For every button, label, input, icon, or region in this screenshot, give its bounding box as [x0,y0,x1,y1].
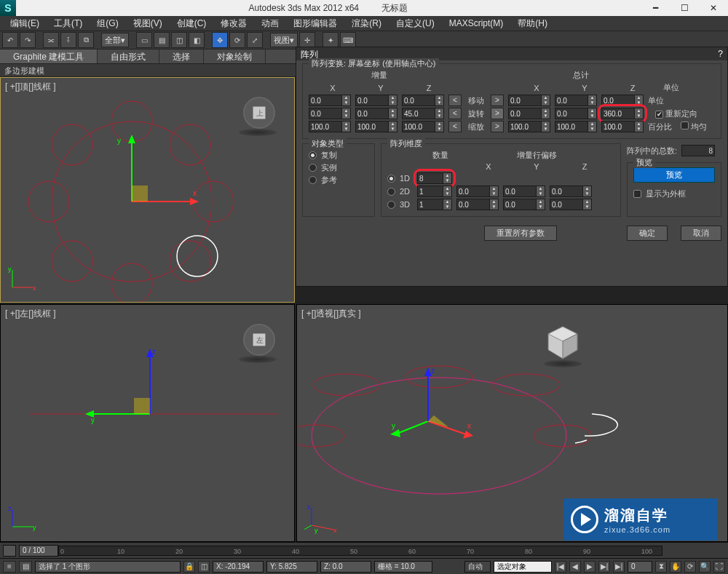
coord-y[interactable]: Y: 5.825 [266,561,317,573]
timeconfig-icon[interactable]: ⧗ [655,561,667,573]
menu-modifiers[interactable]: 修改器 [213,16,254,31]
menu-view[interactable]: 视图(V) [126,16,170,31]
inc-scl-z[interactable]: ▲▼ [402,121,444,132]
cancel-button[interactable]: 取消 [681,226,721,241]
radio-1d[interactable] [387,175,395,183]
viewcube-top[interactable]: 上 [243,97,275,129]
radio-copy[interactable] [309,151,317,159]
tot-rot-y[interactable]: ▲▼ [555,108,597,119]
goto-end-icon[interactable]: ▶| [613,561,625,573]
move-right-arrow[interactable]: > [491,95,504,106]
app-icon[interactable]: S [0,0,16,16]
tab-graphite[interactable]: Graphite 建模工具 [0,49,98,63]
tot-move-z[interactable]: ▲▼ [601,95,644,106]
nav-max-icon[interactable]: ⛶ [713,561,725,573]
off-2d-y[interactable]: ▲▼ [503,186,545,197]
inc-rot-x[interactable]: ▲▼ [309,108,351,119]
prev-frame-icon[interactable]: ◀ [569,561,581,573]
undo-icon[interactable]: ↶ [2,32,18,48]
window-crossing-icon[interactable]: ◧ [189,32,205,48]
timeline-handle[interactable] [3,545,16,557]
tot-rot-x[interactable]: ▲▼ [508,108,550,119]
off-3d-z[interactable]: ▲▼ [550,199,592,210]
tot-scl-z[interactable]: ▲▼ [601,121,644,132]
select-rect-icon[interactable]: ◫ [171,32,187,48]
inc-move-z[interactable]: ▲▼ [402,95,444,106]
viewcube-left[interactable]: 左 [243,324,275,356]
count-1d[interactable]: ▲▼ [417,172,452,184]
move-icon[interactable]: ✥ [212,32,228,48]
tot-scl-y[interactable]: ▲▼ [555,121,597,132]
dialog-help-icon[interactable]: ? [718,49,723,59]
scl-left-arrow[interactable]: < [448,121,462,132]
menu-graph[interactable]: 图形编辑器 [286,16,344,31]
rotate-icon[interactable]: ⟳ [229,32,245,48]
goto-start-icon[interactable]: |◀ [555,561,566,573]
radio-reference[interactable] [309,176,317,184]
inc-move-y[interactable]: ▲▼ [355,95,397,106]
scale-icon[interactable]: ⤢ [247,32,263,48]
preview-button[interactable]: 预览 [633,167,715,183]
viewport-left[interactable]: [ +[]左[]线框 ] y z 左 y z [0,304,295,542]
tab-freeform[interactable]: 自由形式 [98,49,159,63]
coord-z[interactable]: Z: 0.0 [320,561,371,573]
coord-icon[interactable]: ◫ [198,561,210,573]
radio-3d[interactable] [387,201,395,209]
nav-orbit-icon[interactable]: ⟳ [684,561,696,573]
coord-x[interactable]: X: -20.194 [213,561,264,573]
off-2d-z[interactable]: ▲▼ [550,186,592,197]
menu-render[interactable]: 渲染(R) [344,16,389,31]
radio-2d[interactable] [387,188,395,196]
pivot-icon[interactable]: ✛ [299,32,315,48]
listener-icon[interactable]: ▤ [19,561,32,573]
scl-right-arrow[interactable]: > [491,121,504,132]
inc-scl-y[interactable]: ▲▼ [355,121,397,132]
inc-rot-y[interactable]: ▲▼ [355,108,397,119]
menu-custom[interactable]: 自定义(U) [389,16,442,31]
viewcube-persp[interactable] [544,324,582,362]
keyboard-icon[interactable]: ⌨ [340,32,356,48]
menu-maxscript[interactable]: MAXScript(M) [442,17,511,30]
count-2d[interactable]: ▲▼ [417,186,452,197]
play-icon[interactable]: ▶ [584,561,596,573]
tot-rot-z[interactable]: ▲▼ [601,108,644,119]
select-name-icon[interactable]: ▤ [154,32,170,48]
menu-create[interactable]: 创建(C) [170,16,214,31]
select-icon[interactable]: ▭ [136,32,152,48]
menu-group[interactable]: 组(G) [90,16,125,31]
off-2d-x[interactable]: ▲▼ [456,186,499,197]
close-btn[interactable]: ✕ [699,0,728,16]
viewport-top[interactable]: [ +[]顶[]线框 ] x y 上 x [0,77,295,303]
menu-edit[interactable]: 编辑(E) [3,16,47,31]
count-3d[interactable]: ▲▼ [417,199,452,210]
current-frame[interactable]: 0 [628,561,652,573]
tab-select[interactable]: 选择 [159,49,204,63]
uniform-check[interactable] [681,121,689,129]
minimize-btn[interactable]: ━ [641,0,670,16]
inc-scl-x[interactable]: ▲▼ [309,121,351,132]
maximize-btn[interactable]: ☐ [670,0,699,16]
move-left-arrow[interactable]: < [448,95,462,106]
tot-move-x[interactable]: ▲▼ [508,95,550,106]
inc-rot-z[interactable]: ▲▼ [402,108,444,119]
autokey[interactable]: 自动 [464,561,491,573]
tot-scl-x[interactable]: ▲▼ [508,121,550,132]
bind-icon[interactable]: ⧉ [78,32,94,48]
inc-move-x[interactable]: ▲▼ [309,95,351,106]
reset-button[interactable]: 重置所有参数 [484,226,557,241]
rot-right-arrow[interactable]: > [491,108,504,119]
redo-icon[interactable]: ↷ [20,32,36,48]
wire-check[interactable] [633,190,641,198]
keyfilter[interactable]: 选定对象 [494,561,552,573]
nav-pan-icon[interactable]: ✋ [670,561,681,573]
timeline[interactable]: 0 / 100 0 10 20 30 40 50 60 70 80 90 100 [0,542,728,558]
ok-button[interactable]: 确定 [627,226,668,241]
tab-paint[interactable]: 对象绘制 [204,49,266,63]
next-frame-icon[interactable]: ▶| [598,561,610,573]
menu-help[interactable]: 帮助(H) [510,16,555,31]
tot-move-y[interactable]: ▲▼ [555,95,597,106]
unlink-icon[interactable]: ⫱ [60,32,76,48]
link-icon[interactable]: ⫘ [43,32,59,48]
reorient-check[interactable] [655,111,663,119]
time-ruler[interactable]: 0 10 20 30 40 50 60 70 80 90 100 [58,546,662,556]
